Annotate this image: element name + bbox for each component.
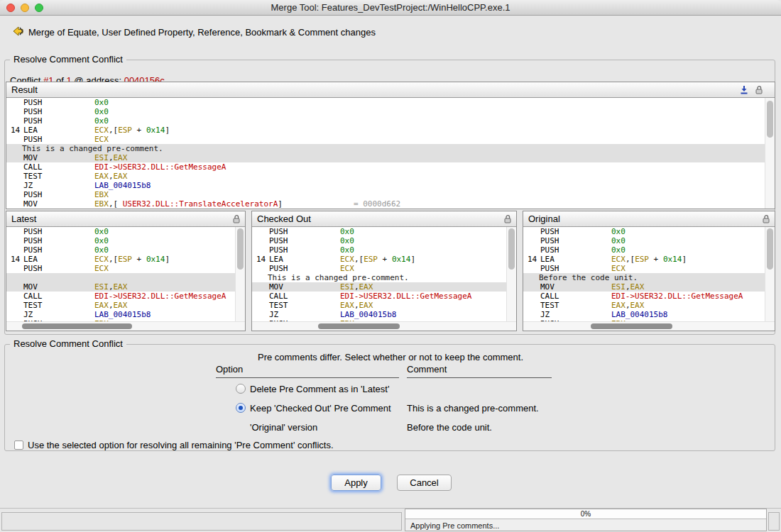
apply-button[interactable]: Apply — [331, 475, 381, 491]
operand: ECX — [94, 264, 109, 273]
operand: EAX — [359, 282, 373, 292]
operand-value: = 0000d662 — [354, 199, 400, 209]
operand: 0x0 — [340, 236, 354, 245]
mnemonic: MOV — [23, 282, 94, 292]
mnemonic: CALL — [540, 292, 611, 301]
line-number — [6, 107, 23, 116]
latest-listing[interactable]: PUSH0x0PUSH0x0PUSH0x014LEAECX,[ESP + 0x1… — [6, 227, 245, 321]
v-scrollbar-thumb[interactable] — [508, 228, 515, 270]
line-number — [6, 116, 23, 126]
operand: , — [626, 282, 630, 292]
mnemonic: MOV — [269, 282, 340, 292]
line-number — [6, 153, 23, 162]
zoom-window-button[interactable] — [35, 4, 43, 12]
comment-text: Before the code unit. — [523, 273, 638, 282]
operand: EBX — [94, 199, 109, 209]
apply-result-icon[interactable] — [740, 85, 748, 94]
operand: ESP — [635, 255, 649, 264]
merge-icon — [12, 26, 24, 37]
line-number — [6, 98, 23, 107]
comment-row: This is a changed pre-comment. — [6, 144, 775, 153]
operand: ECX — [340, 255, 354, 264]
latest-vertical-scrollbar[interactable] — [235, 227, 245, 321]
latest-horizontal-scrollbar[interactable] — [6, 321, 245, 331]
line-number — [252, 245, 269, 255]
mnemonic: LEA — [540, 255, 611, 264]
radio-keep-checked-out[interactable] — [236, 403, 246, 413]
mnemonic: PUSH — [23, 116, 94, 126]
instruction-row: JZLAB_004015b8 — [523, 310, 775, 319]
v-scrollbar-thumb[interactable] — [237, 228, 244, 270]
operands: EBX,[ USER32.DLL::TranslateAcceleratorA] — [94, 199, 283, 209]
operands: ECX — [94, 135, 109, 144]
h-scrollbar-thumb[interactable] — [591, 323, 672, 329]
mnemonic: LEA — [23, 255, 94, 264]
operand: EAX — [94, 172, 109, 181]
mnemonic: PUSH — [540, 245, 611, 255]
mnemonic: CALL — [23, 292, 94, 301]
operand: ESP — [364, 255, 378, 264]
radio-keep-checked-out-label[interactable]: Keep 'Checked Out' Pre Comment — [250, 403, 391, 414]
checked-out-listing[interactable]: PUSH0x0PUSH0x0PUSH0x014LEAECX,[ESP + 0x1… — [252, 227, 516, 321]
mnemonic: LEA — [23, 126, 94, 135]
instruction-row: PUSH0x0 — [6, 98, 775, 107]
line-number — [6, 301, 23, 310]
original-vertical-scrollbar[interactable] — [765, 227, 775, 321]
operand: , — [109, 126, 114, 135]
lock-icon[interactable] — [503, 214, 512, 223]
use-for-all-checkbox[interactable] — [14, 440, 23, 450]
operand: EAX — [114, 282, 128, 292]
instruction-row: PUSH0x0 — [6, 227, 245, 236]
lock-icon[interactable] — [232, 214, 241, 223]
operands: EBX — [94, 190, 109, 199]
comment-text: This is a changed pre-comment. — [6, 144, 163, 153]
operands: 0x0 — [340, 227, 354, 236]
close-window-button[interactable] — [6, 4, 15, 12]
status-progress-area: 0% Applying Pre comments... — [405, 509, 767, 531]
operand: EAX — [611, 301, 626, 310]
v-scrollbar-thumb[interactable] — [767, 101, 773, 138]
line-number — [6, 135, 23, 144]
mnemonic: MOV — [23, 199, 94, 209]
lock-icon[interactable] — [762, 214, 770, 223]
operands: EAX,EAX — [611, 301, 644, 310]
operand: , — [109, 172, 114, 181]
comment-row: Before the code unit. — [523, 273, 775, 282]
use-for-all-checkbox-label[interactable]: Use the selected option for resolving al… — [28, 440, 334, 450]
title-bar[interactable]: Merge Tool: Features_DevTestProject:/Win… — [0, 0, 781, 16]
operand: 0x0 — [94, 245, 109, 255]
original-listing[interactable]: PUSH0x0PUSH0x0PUSH0x014LEAECX,[ESP + 0x1… — [523, 227, 775, 321]
h-scrollbar-thumb[interactable] — [22, 323, 132, 329]
operand: + — [132, 255, 146, 264]
instruction-row: PUSHECX — [6, 264, 245, 273]
h-scrollbar-thumb[interactable] — [318, 323, 400, 329]
checked-out-vertical-scrollbar[interactable] — [506, 227, 516, 321]
mnemonic: PUSH — [23, 98, 94, 107]
instruction-row: PUSH0x0 — [6, 116, 775, 126]
mnemonic: TEST — [269, 301, 340, 310]
operand: LAB_004015b8 — [94, 181, 151, 190]
cancel-button[interactable]: Cancel — [397, 475, 452, 491]
operands: ECX — [340, 264, 354, 273]
original-horizontal-scrollbar[interactable] — [523, 321, 775, 331]
operands: EDI->USER32.DLL::GetMessageA — [340, 292, 471, 301]
radio-delete-pre-comment-label[interactable]: Delete Pre Comment as in 'Latest' — [250, 384, 389, 394]
mnemonic: JZ — [23, 181, 94, 190]
checked-out-horizontal-scrollbar[interactable] — [252, 321, 516, 331]
instruction-row: TESTEAX,EAX — [523, 301, 775, 310]
v-scrollbar-thumb[interactable] — [767, 228, 773, 270]
operands: 0x0 — [94, 227, 109, 236]
instruction-row: JZLAB_004015b8 — [252, 310, 516, 319]
instruction-row: TESTEAX,EAX — [6, 301, 245, 310]
minimize-window-button[interactable] — [21, 4, 29, 12]
operands: EAX,EAX — [340, 301, 373, 310]
line-number — [6, 162, 23, 172]
instruction-row: 14LEAECX,[ESP + 0x14] — [252, 255, 516, 264]
result-listing[interactable]: PUSH0x0PUSH0x0PUSH0x014LEAECX,[ESP + 0x1… — [6, 98, 775, 209]
instruction-row: PUSH0x0 — [523, 245, 775, 255]
radio-delete-pre-comment[interactable] — [236, 384, 246, 394]
mnemonic: PUSH — [540, 236, 611, 245]
result-vertical-scrollbar[interactable] — [765, 98, 775, 209]
checked-out-panel-header: Checked Out — [252, 211, 516, 227]
lock-icon[interactable] — [755, 85, 763, 94]
